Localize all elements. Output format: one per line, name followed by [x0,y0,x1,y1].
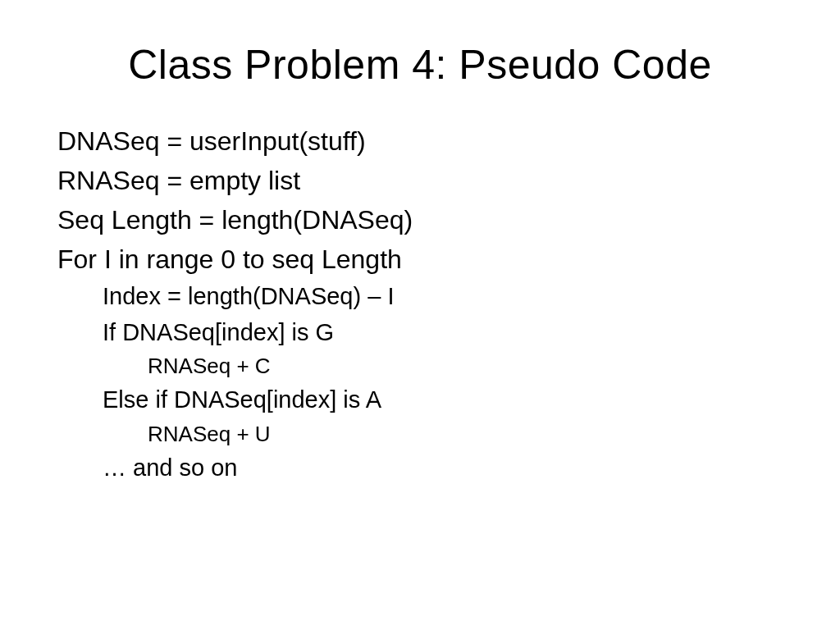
code-line: For I in range 0 to seq Length [57,240,783,279]
code-line: Seq Length = length(DNASeq) [57,200,783,240]
code-line: RNASeq + C [57,350,783,382]
code-line: Index = length(DNASeq) – I [57,279,783,315]
code-line: RNASeq = empty list [57,161,783,200]
slide-content: DNASeq = userInput(stuff) RNASeq = empty… [57,121,783,486]
slide-title: Class Problem 4: Pseudo Code [57,41,783,89]
code-line: If DNASeq[index] is G [57,315,783,351]
code-line: Else if DNASeq[index] is A [57,382,783,418]
code-line: RNASeq + U [57,418,783,450]
code-line: … and so on [57,450,783,486]
code-line: DNASeq = userInput(stuff) [57,121,783,161]
